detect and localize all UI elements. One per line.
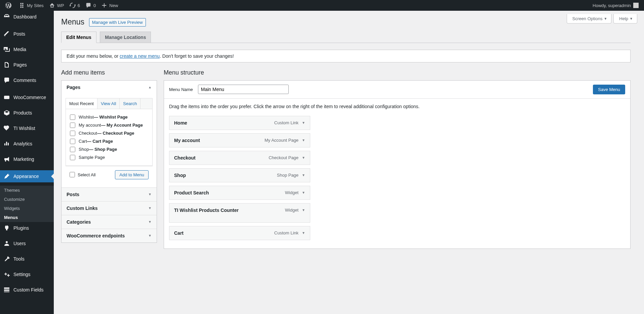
accordion-toggle-custom-links[interactable]: Custom Links▼ [62,201,157,215]
accordion-toggle-categories[interactable]: Categories▼ [62,215,157,229]
select-all-label[interactable]: Select All [70,172,95,177]
chevron-down-icon[interactable]: ▼ [302,191,305,194]
submenu-themes[interactable]: Themes [0,186,54,195]
tab-most-recent[interactable]: Most Recent [66,98,97,109]
chevron-down-icon: ▼ [630,17,633,20]
create-new-menu-link[interactable]: create a new menu [120,53,160,59]
menu-structure-heading: Menu structure [164,69,631,76]
sidebar-item-woocommerce[interactable]: WooCommerce [0,91,54,103]
my-sites-label: My Sites [27,3,44,8]
menu-item-title: My account [174,138,200,143]
chevron-down-icon[interactable]: ▼ [302,156,305,160]
page-title: Menus [61,14,84,29]
menu-item-title: Checkout [174,155,196,161]
chevron-down-icon[interactable]: ▼ [302,173,305,177]
pages-tabs: Most Recent View All Search [66,98,152,109]
sidebar-item-label: Posts [13,31,25,37]
menu-item-type: Custom Link [274,120,298,125]
page-checkbox-item: My account — My Account Page [70,121,148,129]
accordion-toggle-woo-endpoints[interactable]: WooCommerce endpoints▼ [62,229,157,242]
sidebar-item-pages[interactable]: Pages [0,59,54,71]
sidebar-item-analytics[interactable]: Analytics [0,138,54,150]
menu-item-type: Shop Page [277,173,298,178]
accordion-section-categories: Categories▼ [62,215,157,229]
menu-item[interactable]: ShopShop Page▼ [169,168,310,182]
submenu-customize[interactable]: Customize [0,195,54,204]
accordion-toggle-posts[interactable]: Posts▼ [62,188,157,201]
submenu-menus[interactable]: Menus [0,213,54,222]
menu-item-type: Checkout Page [269,155,298,160]
posts-icon [3,31,10,37]
page-checkbox[interactable] [70,123,75,128]
page-checkbox[interactable] [70,115,75,120]
page-checkbox[interactable] [70,155,75,160]
page-checkbox-item: Shop — Shop Page [70,145,148,153]
menu-item[interactable]: CartCustom Link▼ [169,226,310,240]
site-name[interactable]: WP [46,0,67,11]
manage-live-preview-button[interactable]: Manage with Live Preview [89,18,146,27]
add-to-menu-button[interactable]: Add to Menu [115,170,149,179]
sidebar-item-label: TI Wishlist [13,126,35,131]
chevron-down-icon[interactable]: ▼ [302,138,305,142]
heart-icon [3,125,10,132]
my-account[interactable]: Howdy, superadmin [590,0,641,11]
menu-name-label: Menu Name [169,87,193,92]
comments[interactable]: 0 [83,0,98,11]
page-checkbox-item: Cart — Cart Page [70,137,148,145]
chevron-down-icon[interactable]: ▼ [302,208,305,212]
menu-name-input[interactable] [198,85,289,94]
sidebar-item-media[interactable]: Media [0,43,54,55]
page-checkbox[interactable] [70,147,75,152]
page-checkbox-item: Checkout — Checkout Page [70,129,148,137]
sidebar-item-plugins[interactable]: Plugins [0,222,54,234]
sidebar-item-wishlist[interactable]: TI Wishlist [0,122,54,134]
svg-rect-0 [4,96,9,99]
screen-options-toggle[interactable]: Screen Options▼ [567,14,612,24]
submenu-widgets[interactable]: Widgets [0,204,54,213]
menu-notice: Edit your menu below, or create a new me… [61,50,631,62]
tab-search[interactable]: Search [120,98,140,109]
plugins-icon [3,225,10,231]
menu-item[interactable]: My accountMy Account Page▼ [169,133,310,147]
menu-item[interactable]: CheckoutCheckout Page▼ [169,151,310,165]
sidebar-item-users[interactable]: Users [0,237,54,249]
sidebar-item-label: Appearance [13,174,39,179]
updates[interactable]: 6 [67,0,83,11]
home-icon [19,2,25,8]
plus-icon [101,2,107,8]
users-icon [3,240,10,247]
menu-item[interactable]: Product SearchWidget▼ [169,186,310,200]
woocommerce-icon [3,94,10,101]
comments-icon [3,77,10,84]
menu-item[interactable]: HomeCustom Link▼ [169,116,310,130]
my-sites[interactable]: My Sites [16,0,46,11]
menu-item[interactable]: TI Wishlist Products CounterWidget▼ [169,203,310,223]
chevron-down-icon: ▼ [148,206,152,210]
wp-logo[interactable] [3,0,16,11]
tab-view-all[interactable]: View All [97,98,120,109]
sidebar-item-marketing[interactable]: Marketing [0,153,54,165]
help-toggle[interactable]: Help▼ [613,14,637,24]
menu-items-list: HomeCustom Link▼ My accountMy Account Pa… [169,116,625,240]
sidebar-item-products[interactable]: Products [0,107,54,119]
menu-item-title: Product Search [174,190,209,195]
sidebar-item-appearance[interactable]: Appearance [0,170,54,182]
chevron-down-icon[interactable]: ▼ [302,121,305,125]
page-checkbox[interactable] [70,139,75,144]
tab-manage-locations[interactable]: Manage Locations [100,32,151,43]
new-content[interactable]: New [98,0,121,11]
select-all-checkbox[interactable] [70,172,75,177]
wordpress-icon [5,2,11,8]
appearance-submenu: Themes Customize Widgets Menus [0,186,54,222]
tab-edit-menus[interactable]: Edit Menus [61,32,96,43]
chevron-down-icon: ▼ [148,220,152,224]
sidebar-item-posts[interactable]: Posts [0,28,54,40]
save-menu-button[interactable]: Save Menu [593,85,625,94]
sidebar-item-label: Comments [13,78,36,83]
sidebar-item-dashboard[interactable]: Dashboard [0,11,54,23]
sidebar-item-comments[interactable]: Comments [0,74,54,86]
accordion-toggle-pages[interactable]: Pages ▲ [62,81,157,94]
chevron-down-icon[interactable]: ▼ [302,231,305,235]
pages-checklist: Wishlist — Wishlist Page My account — My… [66,109,152,166]
page-checkbox[interactable] [70,131,75,136]
